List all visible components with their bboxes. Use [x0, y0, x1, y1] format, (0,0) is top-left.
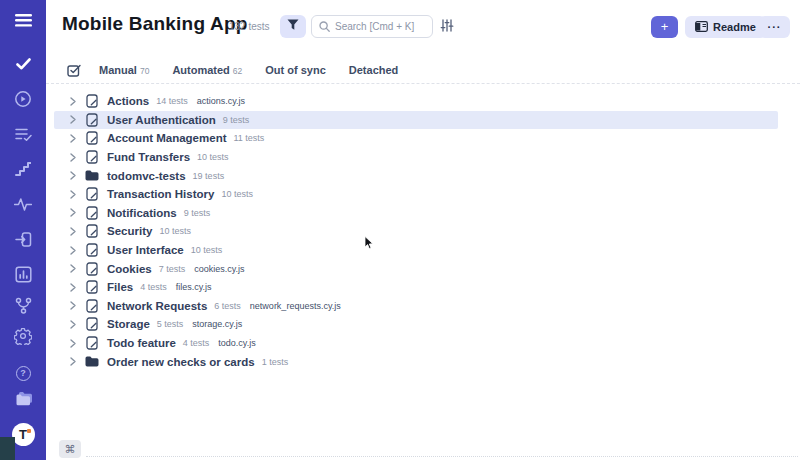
suite-row[interactable]: Notifications 9 tests	[54, 204, 778, 223]
suite-title: Network Requests	[107, 300, 207, 312]
suite-count: 10 tests	[197, 152, 229, 162]
tabs-bar: Manual 70 Automated 62 Out of sync Detac…	[46, 57, 800, 84]
file-icon	[85, 113, 99, 127]
suite-count: 10 tests	[221, 189, 253, 199]
suite-count: 5 tests	[157, 319, 184, 329]
chevron-right-icon[interactable]	[70, 134, 78, 143]
chevron-right-icon[interactable]	[70, 357, 78, 366]
suite-row[interactable]: User Interface 10 tests	[54, 241, 778, 260]
tab-label: Detached	[349, 64, 399, 76]
add-button[interactable]: +	[651, 16, 678, 38]
total-tests-count: 132 tests	[229, 21, 270, 32]
check-icon[interactable]	[12, 53, 34, 75]
pulse-icon[interactable]	[12, 193, 34, 215]
tab-list: Manual 70 Automated 62 Out of sync Detac…	[99, 64, 398, 76]
folder-icon	[85, 356, 99, 367]
list-check-icon[interactable]	[12, 123, 34, 145]
play-circle-icon[interactable]	[12, 88, 34, 110]
suite-file: network_requests.cy.js	[250, 301, 341, 311]
filter-button[interactable]	[280, 15, 306, 38]
chevron-right-icon[interactable]	[70, 227, 78, 236]
sliders-button[interactable]	[438, 18, 456, 36]
suite-count: 9 tests	[223, 115, 250, 125]
suite-title: Account Management	[107, 132, 227, 144]
suite-row[interactable]: Account Management 11 tests	[54, 129, 778, 148]
suite-file: todo.cy.js	[218, 338, 255, 348]
suite-title: Security	[107, 225, 152, 237]
suite-title: Files	[107, 281, 133, 293]
suite-title: Storage	[107, 318, 150, 330]
tab-count: 62	[233, 66, 242, 76]
readme-button[interactable]: Readme	[685, 16, 766, 38]
tab[interactable]: Manual 70	[99, 64, 149, 76]
chevron-right-icon[interactable]	[70, 320, 78, 329]
chevron-right-icon[interactable]	[70, 190, 78, 199]
suite-title: Cookies	[107, 263, 152, 275]
help-icon[interactable]: ?	[12, 362, 34, 384]
file-icon	[85, 262, 99, 276]
suite-row[interactable]: Security 10 tests	[54, 222, 778, 241]
suite-row[interactable]: Cookies 7 tests cookies.cy.js	[54, 259, 778, 278]
suite-row[interactable]: Files 4 tests files.cy.js	[54, 278, 778, 297]
file-icon	[85, 187, 99, 201]
suite-title: Notifications	[107, 207, 177, 219]
chevron-right-icon[interactable]	[70, 153, 78, 162]
chevron-right-icon[interactable]	[70, 97, 78, 106]
suite-row[interactable]: User Authentication 9 tests	[54, 111, 778, 130]
file-icon	[85, 150, 99, 164]
steps-icon[interactable]	[12, 158, 34, 180]
suite-title: User Interface	[107, 244, 184, 256]
help-glyph: ?	[16, 366, 31, 381]
suite-title: User Authentication	[107, 114, 216, 126]
suite-title: todomvc-tests	[107, 170, 186, 182]
gear-icon[interactable]	[12, 325, 34, 347]
tab[interactable]: Out of sync	[265, 64, 326, 76]
chevron-right-icon[interactable]	[70, 301, 78, 310]
suite-row[interactable]: Order new checks or cards 1 tests	[54, 352, 778, 371]
suite-count: 10 tests	[159, 226, 191, 236]
tab-count: 70	[140, 66, 149, 76]
suite-count: 4 tests	[140, 282, 167, 292]
suite-title: Transaction History	[107, 188, 214, 200]
suite-title: Todo feature	[107, 337, 176, 349]
suite-row[interactable]: Network Requests 6 tests network_request…	[54, 297, 778, 316]
import-icon[interactable]	[12, 228, 34, 250]
search-input[interactable]	[335, 21, 425, 32]
suite-title: Order new checks or cards	[107, 356, 255, 368]
suite-row[interactable]: Transaction History 10 tests	[54, 185, 778, 204]
file-icon	[85, 336, 99, 350]
suite-row[interactable]: Storage 5 tests storage.cy.js	[54, 315, 778, 334]
bar-chart-icon[interactable]	[12, 263, 34, 285]
search-box[interactable]	[311, 15, 433, 38]
suite-row[interactable]: todomvc-tests 19 tests	[54, 166, 778, 185]
readme-label: Readme	[713, 21, 756, 33]
suite-count: 7 tests	[159, 264, 186, 274]
file-icon	[85, 131, 99, 145]
suite-count: 19 tests	[193, 171, 225, 181]
chevron-right-icon[interactable]	[70, 264, 78, 273]
suite-count: 11 tests	[234, 133, 265, 143]
search-icon	[319, 18, 330, 36]
file-icon	[85, 243, 99, 257]
tab[interactable]: Automated 62	[172, 64, 242, 76]
file-icon	[85, 94, 99, 108]
command-shortcut-badge[interactable]: ⌘	[59, 440, 81, 458]
suite-row[interactable]: Fund Transfers 10 tests	[54, 148, 778, 167]
chevron-right-icon[interactable]	[70, 246, 78, 255]
suite-count: 4 tests	[183, 338, 210, 348]
branch-icon[interactable]	[12, 294, 34, 316]
chevron-right-icon[interactable]	[70, 208, 78, 217]
select-all-icon[interactable]	[67, 64, 81, 77]
tab[interactable]: Detached	[349, 64, 399, 76]
folder-nav-icon[interactable]	[12, 388, 34, 410]
chevron-right-icon[interactable]	[70, 171, 78, 180]
menu-icon[interactable]	[12, 9, 34, 31]
chevron-right-icon[interactable]	[70, 115, 78, 124]
suite-row[interactable]: Actions 14 tests actions.cy.js	[54, 92, 778, 111]
chevron-right-icon[interactable]	[70, 339, 78, 348]
suite-row[interactable]: Todo feature 4 tests todo.cy.js	[54, 334, 778, 353]
file-icon	[85, 299, 99, 313]
more-button[interactable]: ···	[759, 16, 790, 38]
chevron-right-icon[interactable]	[70, 283, 78, 292]
suite-count: 1 tests	[262, 357, 289, 367]
